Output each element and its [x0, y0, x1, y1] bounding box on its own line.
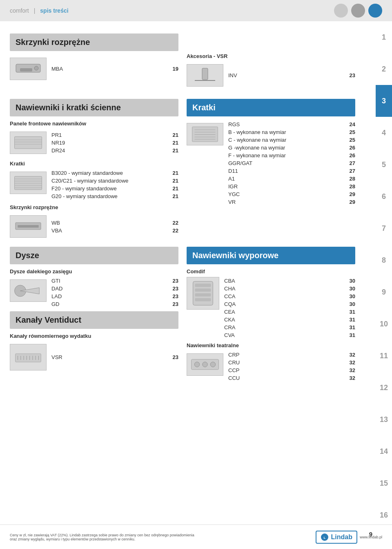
crp-num: 32: [344, 352, 355, 358]
svg-point-40: [203, 362, 207, 367]
cca-row: CCA 30: [224, 292, 355, 300]
akcesoria-title: Akcesoria - VSR: [187, 53, 355, 59]
cva-label: CVA: [224, 332, 344, 338]
kanaly-subsection: Kanały równomiernego wydatku: [10, 333, 178, 339]
cka-label: CKA: [224, 317, 344, 323]
kratki-left-title: Kratki: [10, 161, 178, 167]
f20-label: F20 - wymiary standardowe: [51, 185, 167, 192]
nawiewniki-wyporowe-col: Nawiewniki wyporowe Comdif CBA 30: [187, 247, 355, 385]
dysze-content: GTI 23 DAD 23 LAD 23 GD 23: [10, 277, 178, 308]
ccu-num: 32: [344, 375, 355, 381]
panele-items: PR1 21 NR19 21 DR24 21: [51, 129, 178, 156]
akcesoria-row: INV 23: [187, 62, 355, 89]
sidebar-num-10: 10: [376, 308, 392, 340]
kratki-right-content: RGS 24 B - wykonane na wymiar 25 C - wyk…: [187, 121, 355, 206]
skrzynki-left-items: WB 22 VBA 22: [51, 213, 178, 240]
sidebar-num-1: 1: [376, 21, 392, 53]
cha-row: CHA 30: [224, 285, 355, 292]
comdif-title: Comdif: [187, 268, 355, 274]
cra-row: CRA 31: [224, 324, 355, 331]
lad-row: LAD 23: [51, 292, 178, 300]
sidebar-num-4: 4: [376, 117, 392, 149]
svg-rect-34: [195, 284, 211, 287]
nawiewnik-svg: [14, 135, 42, 151]
g20-row: G20 - wymiary standardowe 21: [51, 192, 178, 200]
cqa-label: CQA: [224, 301, 344, 307]
lindab-icon: L: [321, 533, 329, 541]
gd-num: 23: [167, 301, 178, 307]
f-wymiar-label: F - wykonane na wymiar: [228, 152, 344, 158]
teatralne-image: [187, 353, 223, 376]
b-wymiar-row: B - wykonane na wymiar 25: [228, 128, 355, 136]
ccp-label: CCP: [228, 367, 344, 373]
c20-num: 21: [167, 178, 178, 184]
rgs-row: RGS 24: [228, 121, 355, 128]
skrzynki-left-content: WB 22 VBA 22: [10, 213, 178, 240]
rgs-image: [187, 123, 223, 145]
c-wymiar-label: C - wykonane na wymiar: [228, 137, 344, 143]
a1-label: A1: [228, 176, 344, 182]
igr-num: 28: [344, 183, 355, 190]
mba-svg: [14, 61, 42, 77]
nawiewnik-image: [10, 132, 47, 154]
top-row: Skrzynki rozprężne MBA 19: [10, 33, 355, 92]
sidebar-num-11: 11: [376, 340, 392, 372]
comdif-items: CBA 30 CHA 30 CCA 30 CQA 30: [224, 277, 355, 339]
nawiewniki-header: Nawiewniki i kratki ścienne: [10, 99, 178, 116]
g-wymiar-row: G -wykonane na wymiar 26: [228, 144, 355, 152]
f-wymiar-num: 26: [344, 152, 355, 158]
svg-rect-1: [20, 68, 32, 71]
g-wymiar-label: G -wykonane na wymiar: [228, 145, 344, 151]
igr-label: IGR: [228, 183, 344, 190]
cka-row: CKA 31: [224, 316, 355, 324]
cca-label: CCA: [224, 293, 344, 299]
comdif-svg: [187, 277, 219, 309]
teatralne-content: CRP 32 CRU 32 CCP 32 CCU 32: [187, 351, 355, 382]
dysze-svg: [14, 283, 42, 299]
nawiewniki-wyporowe-header: Nawiewniki wyporowe: [187, 247, 355, 264]
rgs-label: RGS: [228, 121, 344, 127]
g20-label: G20 - wymiary standardowe: [51, 193, 167, 199]
cha-label: CHA: [224, 286, 344, 292]
c20-label: C20/C21 - wymiary standardowe: [51, 178, 167, 184]
kratki-left-content: B3020 - wymiary standardowe 21 C20/C21 -…: [10, 169, 178, 200]
ggr-row: GGR/GAT 27: [228, 159, 355, 167]
sidebar-num-3: 3: [376, 85, 392, 117]
header-circles: [334, 4, 382, 18]
header: comfort | spis treści: [0, 0, 392, 21]
gti-row: GTI 23: [51, 277, 178, 285]
rgs-num: 24: [344, 121, 355, 127]
mba-row: MBA 19: [51, 65, 178, 73]
wba-svg: [14, 219, 42, 235]
c20-row: C20/C21 - wymiary standardowe 21: [51, 177, 178, 185]
gd-row: GD 23: [51, 300, 178, 308]
comdif-image: [187, 277, 219, 310]
svg-rect-3: [202, 68, 208, 80]
inv-svg: [191, 67, 219, 84]
circle-2: [351, 4, 365, 18]
sidebar-numbers: 1 2 3 4 5 6 7 8 9 10 11 12 13 14 15 16: [376, 21, 392, 531]
akcesoria-content: Akcesoria - VSR INV 23: [187, 53, 355, 89]
svg-text:L: L: [323, 536, 325, 540]
b3020-row: B3020 - wymiary standardowe 21: [51, 169, 178, 177]
svg-rect-36: [195, 293, 211, 297]
header-comfort: comfort: [10, 7, 29, 14]
main-content: Skrzynki rozprężne MBA 19: [0, 21, 376, 393]
vba-num: 22: [167, 228, 178, 234]
wba-image: [10, 215, 47, 238]
ggr-label: GGR/GAT: [228, 160, 344, 166]
nr19-label: NR19: [51, 140, 167, 146]
mba-num: 19: [167, 66, 178, 72]
cqa-row: CQA 30: [224, 300, 355, 308]
cva-row: CVA 31: [224, 331, 355, 339]
dr24-label: DR24: [51, 147, 167, 154]
kratki-svg: [14, 175, 42, 191]
dysze-items: GTI 23 DAD 23 LAD 23 GD 23: [51, 277, 178, 308]
wb-num: 22: [167, 220, 178, 226]
mba-label: MBA: [51, 66, 167, 72]
lindab-name: Lindab: [331, 533, 352, 541]
pr1-num: 21: [167, 132, 178, 138]
ygc-num: 29: [344, 191, 355, 197]
d11-row: D11 27: [228, 167, 355, 175]
inv-items: INV 23: [228, 62, 355, 89]
